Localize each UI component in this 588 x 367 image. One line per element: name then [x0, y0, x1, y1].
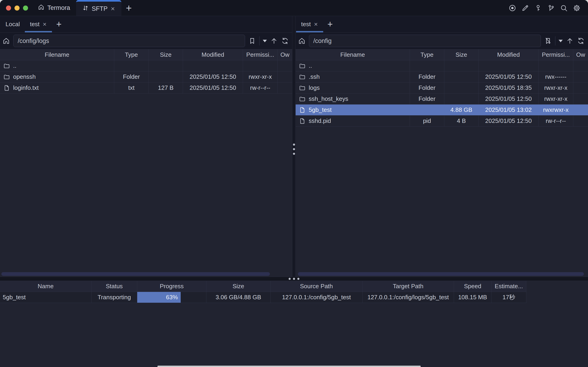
permissions-cell: rw-r--r--: [539, 116, 573, 126]
table-row[interactable]: .ssh Folder 2025/01/05 12:50 rwx------: [296, 71, 588, 83]
minimize-window-button[interactable]: [15, 6, 19, 11]
home-icon: [38, 4, 45, 12]
pane-splitter[interactable]: [292, 16, 296, 277]
modified-cell: 2025/01/05 13:02: [478, 105, 539, 115]
up-directory-icon[interactable]: [566, 37, 574, 45]
bookmark-dropdown-caret-icon[interactable]: [559, 40, 563, 42]
col-size[interactable]: Size: [149, 49, 183, 60]
folder-icon: [3, 62, 10, 69]
folder-icon: [299, 84, 306, 92]
table-row[interactable]: openssh Folder 2025/01/05 12:50 rwxr-xr-…: [0, 71, 292, 83]
right-file-table: Filename Type Size Modified Permissi... …: [296, 49, 588, 126]
col-name[interactable]: Name: [0, 281, 92, 292]
transfer-row[interactable]: 5gb_test Transporting 63% 3.06 GB/4.88 G…: [0, 292, 526, 303]
refresh-icon[interactable]: [281, 37, 289, 45]
close-tab-icon[interactable]: ×: [42, 21, 47, 28]
close-tab-icon[interactable]: ×: [110, 5, 115, 12]
horizontal-scrollbar-thumb[interactable]: [1, 272, 270, 276]
modified-cell: 2025/01/05 12:50: [478, 116, 539, 126]
type-cell: [410, 105, 444, 115]
right-pane-tabstrip: test × +: [296, 16, 588, 33]
close-tab-icon[interactable]: ×: [314, 21, 318, 28]
left-new-tab-button[interactable]: +: [52, 16, 66, 32]
owner-cell: [278, 60, 292, 71]
close-window-button[interactable]: [6, 6, 11, 11]
permissions-cell: rwxr-xr-x: [539, 93, 573, 104]
refresh-icon[interactable]: [577, 37, 585, 45]
size-cell: 127 B: [149, 83, 183, 93]
bookmark-icon[interactable]: [248, 37, 256, 45]
right-path-input[interactable]: [309, 35, 541, 47]
col-permissions[interactable]: Permissi...: [243, 49, 278, 60]
tab-test-right[interactable]: test ×: [296, 16, 323, 32]
filename: .ssh: [309, 73, 320, 80]
bookmark-dropdown-caret-icon[interactable]: [263, 40, 267, 42]
tab-termora-home[interactable]: Termora: [32, 0, 76, 16]
record-icon[interactable]: [509, 4, 516, 12]
toolbar-divider: [555, 36, 555, 45]
up-directory-icon[interactable]: [270, 37, 278, 45]
col-modified[interactable]: Modified: [478, 49, 539, 60]
home-icon[interactable]: [298, 37, 306, 45]
table-row[interactable]: ..: [296, 60, 588, 71]
col-progress[interactable]: Progress: [137, 281, 206, 292]
left-path-input[interactable]: [13, 35, 245, 47]
col-size[interactable]: Size: [206, 281, 271, 292]
col-permissions[interactable]: Permissi...: [539, 49, 573, 60]
search-icon[interactable]: [560, 4, 568, 12]
folder-icon: [299, 74, 306, 80]
col-speed[interactable]: Speed: [454, 281, 491, 292]
owner-cell: [573, 71, 588, 82]
size-cell: [444, 71, 478, 82]
col-filename[interactable]: Filename: [296, 49, 410, 60]
tab-sftp[interactable]: SFTP ×: [76, 0, 121, 16]
zoom-window-button[interactable]: [23, 6, 28, 11]
key-icon[interactable]: [534, 4, 542, 12]
modified-cell: [478, 60, 539, 71]
modified-cell: [183, 60, 243, 71]
col-size[interactable]: Size: [444, 49, 478, 60]
col-modified[interactable]: Modified: [183, 49, 243, 60]
right-new-tab-button[interactable]: +: [323, 16, 337, 32]
col-target-path[interactable]: Target Path: [363, 281, 454, 292]
owner-cell: [573, 83, 588, 93]
table-row-selected[interactable]: 5gb_test 4.88 GB 2025/01/05 13:02 rwxrwx…: [296, 105, 588, 116]
transfer-splitter[interactable]: [0, 277, 588, 281]
col-type[interactable]: Type: [114, 49, 149, 60]
transfer-table: Name Status Progress Size Source Path Ta…: [0, 281, 526, 303]
right-table-header: Filename Type Size Modified Permissi... …: [296, 49, 588, 60]
new-window-tab-button[interactable]: +: [121, 0, 136, 16]
filename: openssh: [13, 73, 36, 80]
tab-test-left[interactable]: test ×: [25, 16, 52, 32]
transfer-progress-cell: 63%: [137, 292, 206, 303]
col-estimate[interactable]: Estimate...: [491, 281, 526, 292]
col-owner[interactable]: Ow: [278, 49, 292, 60]
col-source-path[interactable]: Source Path: [271, 281, 363, 292]
permissions-cell: rw-r--r--: [243, 83, 278, 93]
transfer-source-cell: 127.0.0.1:/config/5gb_test: [271, 292, 363, 303]
tab-label: test: [301, 21, 311, 28]
home-icon[interactable]: [2, 37, 10, 45]
tab-local[interactable]: Local: [0, 16, 25, 32]
splitter-grip-icon: [289, 278, 299, 280]
col-owner[interactable]: Ow: [573, 49, 588, 60]
col-status[interactable]: Status: [92, 281, 137, 292]
table-row[interactable]: loginfo.txt txt 127 B 2025/01/05 12:50 r…: [0, 83, 292, 93]
folder-icon: [299, 96, 306, 102]
table-row[interactable]: sshd.pid pid 4 B 2025/01/05 12:50 rw-r--…: [296, 116, 588, 126]
settings-gear-icon[interactable]: [573, 4, 581, 12]
col-filename[interactable]: Filename: [0, 49, 114, 60]
permissions-cell: rwxrwxr-x: [539, 105, 573, 115]
modified-cell: 2025/01/05 12:50: [183, 71, 243, 82]
col-type[interactable]: Type: [410, 49, 444, 60]
table-row[interactable]: logs Folder 2025/01/05 18:35 rwxr-xr-x: [296, 83, 588, 93]
table-row[interactable]: ..: [0, 60, 292, 71]
tab-label: test: [30, 21, 40, 28]
horizontal-scrollbar-thumb[interactable]: [298, 272, 584, 276]
edit-icon[interactable]: [521, 4, 529, 12]
modified-cell: 2025/01/05 18:35: [478, 83, 539, 93]
transfer-status-cell: Transporting: [92, 292, 137, 303]
bookmark-slash-icon[interactable]: [544, 37, 552, 45]
table-row[interactable]: ssh_host_keys Folder 2025/01/05 12:50 rw…: [296, 93, 588, 105]
keychain-icon[interactable]: [547, 4, 555, 12]
